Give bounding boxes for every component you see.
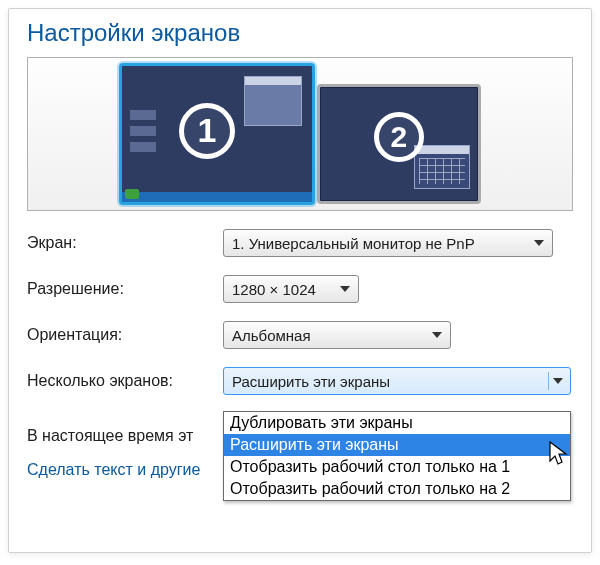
chevron-down-icon <box>530 234 548 252</box>
monitor-1[interactable]: 1 <box>119 63 315 205</box>
multiple-displays-value: Расширить эти экраны <box>232 373 390 390</box>
chevron-down-icon <box>336 280 354 298</box>
option-show-only-1[interactable]: Отобразить рабочий стол только на 1 <box>224 456 570 478</box>
orientation-row: Ориентация: Альбомная <box>27 321 573 349</box>
display-label: Экран: <box>27 234 223 252</box>
display-settings-panel: Настройки экранов 1 2 Экран: 1. Универса… <box>8 8 592 553</box>
orientation-dropdown[interactable]: Альбомная <box>223 321 451 349</box>
multiple-displays-options-list: Дублировать эти экраны Расширить эти экр… <box>223 411 571 501</box>
chevron-down-icon <box>548 372 566 390</box>
display-row: Экран: 1. Универсальный монитор не PnP <box>27 229 573 257</box>
option-duplicate[interactable]: Дублировать эти экраны <box>224 412 570 434</box>
resolution-dropdown[interactable]: 1280 × 1024 <box>223 275 359 303</box>
page-title: Настройки экранов <box>27 19 573 47</box>
display-value: 1. Универсальный монитор не PnP <box>232 235 475 252</box>
monitor-number-2: 2 <box>374 112 424 162</box>
orientation-value: Альбомная <box>232 327 311 344</box>
monitor-number-1: 1 <box>179 103 235 159</box>
multiple-displays-label: Несколько экранов: <box>27 372 223 390</box>
text-size-link[interactable]: Сделать текст и другие <box>27 461 200 478</box>
multiple-displays-row: Несколько экранов: Расширить эти экраны <box>27 367 573 395</box>
start-button-illustration <box>125 189 139 199</box>
resolution-row: Разрешение: 1280 × 1024 <box>27 275 573 303</box>
taskbar-illustration <box>122 192 312 202</box>
orientation-label: Ориентация: <box>27 326 223 344</box>
resolution-label: Разрешение: <box>27 280 223 298</box>
resolution-value: 1280 × 1024 <box>232 281 316 298</box>
window-illustration <box>244 76 302 126</box>
monitor-2[interactable]: 2 <box>317 84 481 204</box>
desktop-icons-illustration <box>130 110 156 156</box>
chevron-down-icon <box>428 326 446 344</box>
display-dropdown[interactable]: 1. Универсальный монитор не PnP <box>223 229 553 257</box>
multiple-displays-dropdown[interactable]: Расширить эти экраны <box>223 367 571 395</box>
calendar-illustration <box>414 145 470 189</box>
option-show-only-2[interactable]: Отобразить рабочий стол только на 2 <box>224 478 570 500</box>
monitor-preview-area: 1 2 <box>27 57 573 211</box>
option-extend[interactable]: Расширить эти экраны <box>224 434 570 456</box>
